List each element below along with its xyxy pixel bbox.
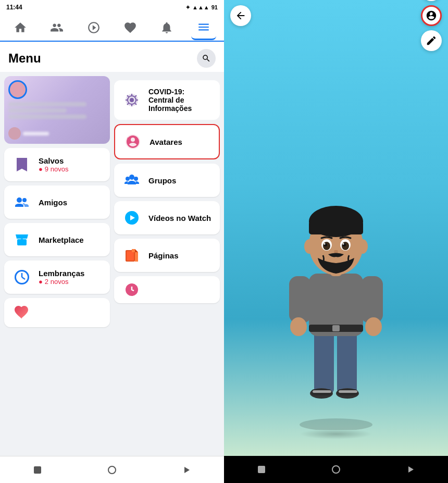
avatar-style-button[interactable] (421, 5, 442, 26)
avatar-figure (279, 169, 393, 430)
menu-item-marketplace[interactable]: Marketplace (4, 223, 110, 256)
avatar-scene (224, 0, 448, 456)
covid-label: COVID-19: Central de Informações (148, 88, 211, 113)
amigos-text: Amigos (39, 198, 67, 207)
edit-button[interactable] (421, 30, 442, 51)
svg-point-12 (126, 177, 130, 181)
svg-rect-54 (258, 466, 265, 473)
covid-icon (122, 91, 141, 109)
lembracas-icon (13, 268, 31, 287)
battery-icon: 91 (211, 4, 218, 10)
svg-point-9 (130, 98, 134, 102)
svg-rect-41 (309, 221, 363, 234)
status-time: 11:44 (6, 4, 22, 11)
lembracas-badge: ● 2 novos (39, 278, 84, 286)
salvos-badge: ● 9 novos (39, 165, 68, 173)
salvos-text: Salvos ● 9 novos (39, 156, 68, 173)
marketplace-icon (13, 230, 31, 249)
search-button[interactable] (197, 49, 216, 68)
svg-rect-25 (314, 331, 334, 393)
menu-item-avatares[interactable]: Avatares (114, 124, 220, 159)
grupos-text: Grupos (148, 176, 176, 185)
svg-point-1 (22, 198, 27, 202)
story-card-left[interactable] (4, 76, 110, 144)
lembracas-text: Lembranças ● 2 novos (39, 269, 84, 286)
bluetooth-icon: ✦ (185, 4, 190, 11)
svg-rect-26 (337, 331, 357, 393)
svg-marker-19 (135, 249, 138, 252)
salvos-label: Salvos (39, 156, 68, 165)
left-bottom-nav (0, 456, 224, 483)
menu-item-salvos[interactable]: Salvos ● 9 novos (4, 148, 110, 181)
svg-point-55 (332, 466, 340, 473)
amigos-icon (13, 193, 31, 212)
svg-rect-32 (339, 390, 357, 393)
status-icons: ✦ ▲▲▲ 91 (185, 4, 218, 11)
menu-item-covid[interactable]: COVID-19: Central de Informações (114, 80, 220, 120)
svg-rect-21 (34, 466, 41, 474)
amigos-label: Amigos (39, 198, 67, 207)
nav-friends[interactable] (44, 15, 69, 40)
menu-item-amigos[interactable]: Amigos (4, 185, 110, 219)
avatares-label: Avatares (150, 138, 182, 146)
paginas-text: Páginas (148, 251, 179, 260)
svg-point-24 (300, 418, 372, 430)
right-nav-triangle[interactable] (401, 460, 420, 479)
left-nav-circle[interactable] (103, 461, 121, 479)
covid-text: COVID-19: Central de Informações (148, 88, 211, 113)
videos-icon (122, 208, 141, 227)
paginas-icon (122, 246, 141, 265)
svg-rect-34 (289, 276, 311, 323)
menu-item-grupos[interactable]: Grupos (114, 164, 220, 197)
grupos-label: Grupos (148, 176, 176, 185)
top-nav (0, 15, 224, 42)
salvos-icon (13, 155, 31, 174)
share-button[interactable] (421, 0, 442, 1)
svg-point-0 (17, 197, 22, 203)
nav-heart[interactable] (118, 15, 143, 40)
svg-rect-31 (313, 390, 331, 393)
right-bottom-nav (224, 456, 448, 483)
avatar-shadow (300, 429, 372, 439)
menu-item-paginas[interactable]: Páginas (114, 239, 220, 272)
nav-home[interactable] (8, 15, 33, 40)
svg-rect-53 (332, 325, 340, 331)
marketplace-label: Marketplace (39, 236, 84, 244)
left-nav-square[interactable] (28, 461, 47, 479)
stories-row (4, 76, 110, 144)
grupos-icon (122, 171, 141, 190)
svg-marker-23 (184, 467, 190, 473)
back-button[interactable] (230, 5, 251, 26)
videos-text: Vídeos no Watch (148, 214, 211, 222)
nav-watch[interactable] (81, 15, 106, 40)
menu-item-heart[interactable] (4, 298, 110, 327)
svg-point-22 (108, 466, 116, 474)
menu-item-lembracas[interactable]: Lembranças ● 2 novos (4, 261, 110, 294)
svg-point-50 (324, 243, 326, 245)
left-nav-triangle[interactable] (177, 461, 196, 479)
svg-point-11 (129, 175, 134, 180)
right-nav-circle[interactable] (327, 460, 345, 479)
videos-label: Vídeos no Watch (148, 214, 211, 222)
marketplace-text: Marketplace (39, 236, 84, 244)
nav-menu[interactable] (191, 15, 216, 40)
status-bar: 11:44 ✦ ▲▲▲ 91 (0, 0, 224, 15)
menu-content: Salvos ● 9 novos (0, 72, 224, 456)
paginas-label: Páginas (148, 251, 179, 260)
signal-icon: ▲▲▲ (192, 4, 209, 10)
avatares-text: Avatares (150, 138, 182, 146)
svg-point-51 (343, 243, 344, 245)
avatares-icon (123, 132, 142, 151)
svg-point-42 (304, 239, 315, 254)
svg-point-36 (290, 317, 307, 336)
right-top-bar (224, 0, 448, 31)
nav-notifications[interactable] (154, 15, 179, 40)
right-nav-square[interactable] (252, 460, 271, 479)
lembracas-label: Lembranças (39, 269, 84, 278)
svg-marker-56 (408, 466, 414, 473)
heart-icon (13, 303, 31, 322)
right-panel (224, 0, 448, 483)
menu-item-partial[interactable] (114, 276, 220, 303)
menu-item-videos[interactable]: Vídeos no Watch (114, 201, 220, 234)
svg-rect-17 (127, 251, 134, 261)
